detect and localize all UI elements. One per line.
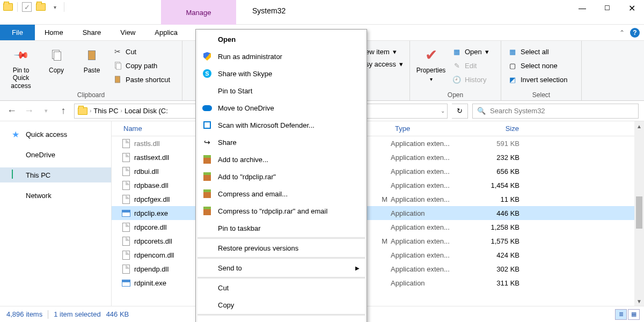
file-list: Name Type Size rastls.dllApplication ext… [112,121,644,306]
label: Pin to Quick access [4,67,38,90]
file-icon [121,278,131,288]
copy-path-button[interactable]: Copy path [111,59,172,72]
table-row[interactable]: rdpclip.exeApplication446 KB [112,206,644,220]
details-view-button[interactable]: ≣ [615,309,627,320]
contextual-tab-manage[interactable]: Manage [161,0,236,25]
table-row[interactable]: rdbui.dllApplication exten...656 KB [112,164,644,178]
pin-to-quick-access-button[interactable]: 📌 Pin to Quick access [4,43,38,90]
table-row[interactable]: rastlsext.dllApplication exten...232 KB [112,150,644,164]
tab-view[interactable]: View [111,25,145,40]
nav-network[interactable]: Network [0,188,111,203]
ctx-create-shortcut[interactable]: Create shortcut [197,316,365,322]
ctx-defender-scan[interactable]: Scan with Microsoft Defender... [197,116,365,134]
nav-onedrive[interactable]: OneDrive [0,147,111,162]
select-none-button[interactable]: ▢Select none [506,59,577,72]
nav-this-pc[interactable]: This PC [0,167,111,182]
crumb-this-pc[interactable]: This PC [93,107,118,115]
minimize-button[interactable]: — [570,0,595,16]
ctx-pin-taskbar[interactable]: Pin to taskbar [197,219,365,237]
monitor-icon [12,170,21,180]
copy-button[interactable]: Copy [40,43,73,90]
cut-button[interactable]: ✂Cut [111,45,172,58]
title-bar: ✓ ▾ Manage System32 — ☐ ✕ [0,0,644,25]
col-size[interactable]: Size [477,121,530,136]
file-size: 232 KB [477,153,530,162]
close-button[interactable]: ✕ [619,0,644,16]
paste-shortcut-button[interactable]: Paste shortcut [111,73,172,86]
properties-button[interactable]: ✔ Properties ▾ [414,43,448,86]
table-row[interactable]: rdpendp.dllApplication exten...302 KB [112,262,644,276]
maximize-button[interactable]: ☐ [595,0,619,16]
ctx-share-skype[interactable]: SShare with Skype [197,65,365,82]
easy-access-button[interactable]: sy access ▾ [363,58,405,70]
ctx-run-as-admin[interactable]: Run as administrator [197,48,365,65]
archive-icon [202,154,213,165]
paste-button[interactable]: Paste [75,43,108,90]
back-button[interactable]: ← [5,105,18,118]
select-all-button[interactable]: ▦Select all [506,45,577,58]
window-title: System32 [252,6,286,15]
tab-application-tools[interactable]: Applica [145,25,187,40]
tab-file[interactable]: File [0,25,35,40]
table-row[interactable]: rdpbase.dllApplication exten...1,454 KB [112,178,644,192]
refresh-button[interactable]: ↻ [452,104,468,119]
shield-icon [202,51,213,62]
history-button[interactable]: 🕘History [450,73,491,86]
help-icon[interactable]: ? [630,28,640,38]
ctx-restore-versions[interactable]: Restore previous versions [197,239,365,257]
ctx-open[interactable]: Open [197,31,365,48]
search-input[interactable]: 🔍 Search System32 [472,104,639,119]
cloud-icon [12,150,21,159]
col-type[interactable]: Type [391,121,477,136]
search-placeholder: Search System32 [490,107,545,115]
invert-selection-button[interactable]: ◩Invert selection [506,73,577,86]
up-button[interactable]: ↑ [57,105,70,118]
crumb-local-disk[interactable]: Local Disk (C: [125,107,168,115]
ctx-compress-rar-email[interactable]: Compress to "rdpclip.rar" and email [197,202,365,219]
ctx-compress-email[interactable]: Compress and email... [197,185,365,202]
file-size: 446 KB [477,209,530,217]
table-row[interactable]: rastls.dllApplication exten...591 KB [112,136,644,150]
select-all-icon: ▦ [508,47,517,56]
nav-quick-access[interactable]: ★Quick access [0,127,111,142]
paste-shortcut-icon [113,75,122,84]
ctx-share[interactable]: ↪Share [197,134,365,151]
open-button[interactable]: ▦Open ▾ [450,45,491,58]
file-name: rastlsext.dll [134,153,169,162]
recent-dropdown[interactable]: ▾ [40,105,53,118]
collapse-ribbon-icon[interactable]: ⌃ [619,29,625,36]
scissors-icon: ✂ [113,47,122,56]
ctx-copy[interactable]: Copy [197,296,365,313]
file-icon [121,222,131,232]
chevron-down-icon: ▾ [393,48,397,56]
chevron-right-icon: ▶ [355,265,360,271]
scroll-down-icon[interactable]: ▼ [634,296,644,306]
folder-icon[interactable] [36,2,46,12]
ctx-add-archive[interactable]: Add to archive... [197,151,365,168]
icons-view-button[interactable]: ▦ [628,309,640,320]
ctx-add-rar[interactable]: Add to "rdpclip.rar" [197,168,365,185]
checkbox-icon[interactable]: ✓ [22,2,32,12]
table-row[interactable]: rdpinit.exeApplication311 KB [112,276,644,290]
table-row[interactable]: rdpencom.dllApplication exten...424 KB [112,248,644,262]
scrollbar[interactable]: ▲ ▼ [634,121,644,306]
qat-dropdown-icon[interactable]: ▾ [50,2,60,12]
ctx-move-onedrive[interactable]: Move to OneDrive [197,99,365,116]
table-row[interactable]: rdpcore.dllApplication exten...1,258 KB [112,220,644,234]
new-item-button[interactable]: ew item ▾ [363,46,399,57]
file-icon [121,236,131,246]
chevron-down-icon[interactable]: ⌄ [441,108,445,114]
forward-button[interactable]: → [23,105,35,118]
scrollbar-thumb[interactable] [636,196,642,229]
ctx-send-to[interactable]: Send to▶ [197,259,365,276]
edit-icon: ✎ [452,61,462,70]
chevron-right-icon: › [90,108,91,114]
table-row[interactable]: rdpcorets.dllMApplication exten...1,575 … [112,234,644,248]
tab-home[interactable]: Home [35,25,73,40]
table-row[interactable]: rdpcfgex.dllMApplication exten...11 KB [112,192,644,206]
ctx-pin-start[interactable]: Pin to Start [197,82,365,99]
scroll-up-icon[interactable]: ▲ [634,121,644,131]
edit-button[interactable]: ✎Edit [450,59,491,72]
tab-share[interactable]: Share [73,25,111,40]
ctx-cut[interactable]: Cut [197,279,365,296]
